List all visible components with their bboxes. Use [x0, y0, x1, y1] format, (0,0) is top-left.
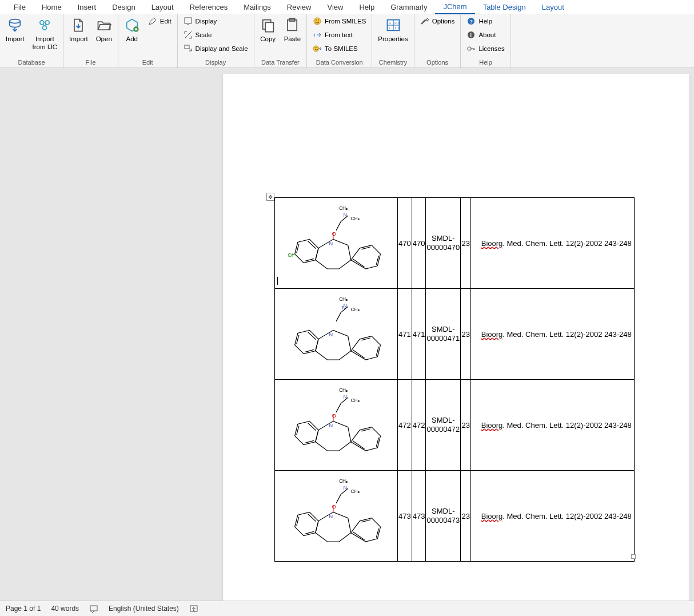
table-row: O N CH₃ CH₃ N 472 472 SMDL-00000472 23 B… [275, 380, 635, 471]
file-open-button[interactable]: Open [94, 15, 114, 46]
menu-tab-grammarly[interactable]: Grammarly [382, 1, 435, 14]
menu-tabs: FileHomeInsertDesignLayoutReferencesMail… [0, 0, 694, 14]
document-area[interactable]: ✥ O N CH₃ CH₃ N Cl 470 470 SMDL-00000470… [0, 68, 694, 601]
menu-tab-review[interactable]: Review [279, 1, 320, 14]
from-smiles-button[interactable]: From SMILES [310, 15, 368, 27]
table-resize-handle[interactable] [631, 554, 636, 559]
options-button[interactable]: Options [418, 15, 457, 27]
svg-marker-72 [316, 421, 351, 451]
bioorg-text: Bioorg [481, 330, 503, 339]
status-page[interactable]: Page 1 of 1 [6, 605, 41, 613]
licenses-button[interactable]: Licenses [464, 42, 506, 55]
scale-button[interactable]: Scale [181, 29, 250, 41]
display-label: Display [196, 18, 217, 25]
menu-tab-table-design[interactable]: Table Design [475, 1, 534, 14]
menu-tab-help[interactable]: Help [351, 1, 382, 14]
display-button[interactable]: Display [181, 15, 250, 27]
svg-text:i: i [470, 33, 472, 38]
ribbon-group-file: Import Open File [63, 14, 118, 67]
structure-cell[interactable]: N N CH₃ CH₃ N [275, 289, 398, 380]
menu-tab-design[interactable]: Design [104, 1, 143, 14]
reference-cell[interactable]: Bioorg. Med. Chem. Lett. 12(2)-2002 243-… [471, 198, 635, 289]
to-smiles-button[interactable]: To SMILES [310, 42, 368, 55]
import-from-ijc-button[interactable]: Import from IJC [30, 15, 59, 54]
display-scale-icon [184, 44, 193, 53]
svg-text:CH₃: CH₃ [339, 297, 348, 302]
id1-cell[interactable]: 470 [398, 198, 412, 289]
reference-cell[interactable]: Bioorg. Med. Chem. Lett. 12(2)-2002 243-… [471, 380, 635, 471]
menu-tab-layout[interactable]: Layout [534, 1, 572, 14]
id2-cell[interactable]: 473 [412, 471, 426, 562]
from-smiles-label: From SMILES [325, 18, 366, 25]
reference-cell[interactable]: Bioorg. Med. Chem. Lett. 12(2)-2002 243-… [471, 289, 635, 380]
svg-text:CH₃: CH₃ [351, 216, 360, 221]
num-cell[interactable]: 23 [461, 380, 471, 471]
svg-line-5 [45, 24, 46, 26]
properties-button[interactable]: A0.4x3.1 Properties [376, 15, 410, 46]
menu-tab-file[interactable]: File [6, 1, 34, 14]
id2-cell[interactable]: 470 [412, 198, 426, 289]
menu-tab-home[interactable]: Home [34, 1, 70, 14]
svg-line-4 [43, 24, 44, 26]
bioorg-text: Bioorg [481, 512, 503, 520]
structure-cell[interactable]: O N CH₃ CH₃ N Cl [275, 198, 398, 289]
menu-tab-jchem[interactable]: JChem [435, 0, 474, 14]
wrench-icon [420, 17, 429, 26]
help-button[interactable]: ? Help [464, 15, 506, 27]
svg-point-96 [193, 607, 194, 608]
menu-tab-layout[interactable]: Layout [143, 1, 182, 14]
options-label: Options [432, 18, 455, 25]
paste-button[interactable]: Paste [282, 15, 303, 46]
code-cell[interactable]: SMDL-00000471 [426, 289, 461, 380]
status-words[interactable]: 40 words [51, 605, 79, 613]
file-import-icon [70, 17, 86, 33]
num-cell[interactable]: 23 [461, 198, 471, 289]
svg-point-19 [315, 47, 316, 48]
svg-line-86 [353, 531, 365, 539]
id1-cell[interactable]: 472 [398, 380, 412, 471]
menu-tab-view[interactable]: View [319, 1, 351, 14]
svg-text:A: A [388, 21, 390, 25]
code-cell[interactable]: SMDL-00000472 [426, 380, 461, 471]
num-cell[interactable]: 23 [461, 289, 471, 380]
num-cell[interactable]: 23 [461, 471, 471, 562]
ref-suffix: . Med. Chem. Lett. 12(2)-2002 243-248 [502, 330, 631, 339]
id2-cell[interactable]: 472 [412, 380, 426, 471]
from-text-button[interactable]: T From text [310, 29, 368, 41]
id2-cell[interactable]: 471 [412, 289, 426, 380]
accessibility-icon[interactable] [189, 604, 198, 613]
add-button[interactable]: Add [122, 15, 142, 46]
svg-text:N: N [329, 332, 333, 337]
smiley-right-icon [313, 44, 322, 53]
menu-tab-mailings[interactable]: Mailings [236, 1, 279, 14]
menu-tab-references[interactable]: References [182, 1, 236, 14]
structure-cell[interactable]: O N CH₃ CH₃ N [275, 471, 398, 562]
svg-text:N: N [329, 423, 333, 428]
group-label-data-conversion: Data Conversion [310, 58, 368, 67]
reference-cell[interactable]: Bioorg. Med. Chem. Lett. 12(2)-2002 243-… [471, 471, 635, 562]
id1-cell[interactable]: 473 [398, 471, 412, 562]
svg-text:CH₃: CH₃ [351, 489, 360, 494]
structure-cell[interactable]: O N CH₃ CH₃ N [275, 380, 398, 471]
paste-icon [284, 17, 300, 33]
code-cell[interactable]: SMDL-00000473 [426, 471, 461, 562]
about-button[interactable]: i About [464, 29, 506, 41]
display-and-scale-button[interactable]: Display and Scale [181, 42, 250, 55]
file-import-button[interactable]: Import [67, 15, 90, 46]
svg-line-40 [353, 259, 365, 267]
id1-cell[interactable]: 471 [398, 289, 412, 380]
menu-tab-insert[interactable]: Insert [70, 1, 105, 14]
table-row: O N CH₃ CH₃ N 473 473 SMDL-00000473 23 B… [275, 471, 635, 562]
database-import-icon [7, 17, 23, 33]
edit-button[interactable]: Edit [146, 15, 174, 27]
status-language[interactable]: English (United States) [109, 605, 179, 613]
import-button[interactable]: Import [3, 15, 27, 46]
svg-text:N: N [343, 212, 347, 218]
code-cell[interactable]: SMDL-00000470 [426, 198, 461, 289]
molecule-icon [37, 17, 53, 33]
svg-marker-68 [351, 427, 381, 451]
spellcheck-icon[interactable] [89, 604, 98, 613]
copy-button[interactable]: Copy [258, 15, 278, 46]
svg-text:CH₃: CH₃ [339, 479, 348, 484]
table-anchor-handle[interactable]: ✥ [266, 193, 274, 201]
